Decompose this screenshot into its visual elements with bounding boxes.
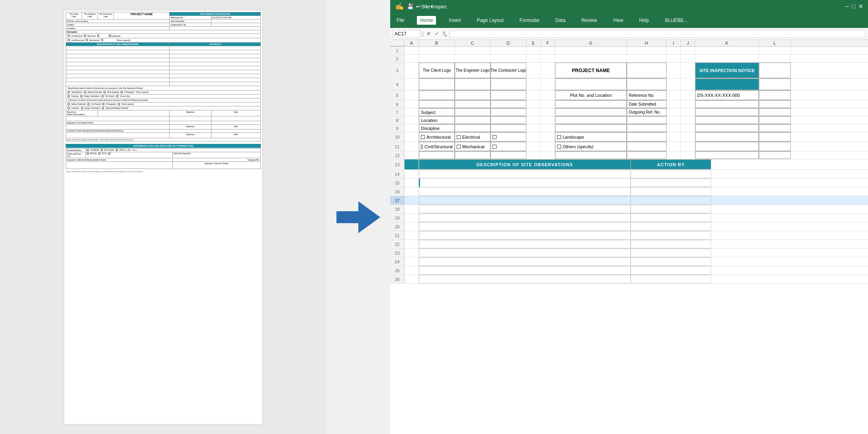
obs-row-10[interactable] (66, 82, 170, 86)
cell-a24[interactable] (405, 257, 419, 266)
obs-row-3[interactable] (66, 54, 170, 58)
cell-c11-mechanical[interactable]: Mechanical (455, 142, 491, 151)
cell-e10[interactable] (526, 132, 541, 141)
cell-k3-site-inspection[interactable]: SITE INSPECTION NOTICE (695, 63, 759, 78)
cell-i2[interactable] (667, 55, 681, 62)
cell-h12[interactable] (627, 151, 667, 159)
cell-l5[interactable] (759, 90, 791, 100)
cell-f9[interactable] (541, 124, 555, 132)
col-header-b[interactable]: B (419, 40, 455, 46)
obs-row-1[interactable] (66, 46, 170, 50)
raised-by-value[interactable] (98, 110, 170, 116)
cell-k16[interactable] (631, 187, 711, 196)
cell-b22[interactable] (419, 240, 631, 248)
cell-e12[interactable] (526, 151, 541, 159)
cell-e2[interactable] (526, 55, 541, 62)
cell-a16[interactable] (405, 187, 419, 196)
checkbox-architectural[interactable] (421, 135, 425, 139)
cell-b10-architectural[interactable]: Architectural (419, 132, 455, 141)
cell-k12[interactable] (695, 151, 759, 159)
cell-l11[interactable] (759, 142, 791, 151)
cell-b15[interactable] (419, 179, 631, 187)
cell-l2[interactable] (759, 55, 791, 62)
col-header-a[interactable]: A (405, 40, 419, 46)
tab-help[interactable]: Help (636, 16, 652, 25)
cell-g4[interactable] (555, 79, 627, 90)
cell-j5[interactable] (681, 90, 695, 100)
cell-i5[interactable] (667, 90, 681, 100)
cell-k7[interactable] (695, 108, 759, 116)
tab-home[interactable]: Home (417, 16, 436, 25)
cell-i7[interactable] (667, 108, 681, 116)
cell-k4[interactable] (695, 79, 759, 90)
cell-e1[interactable] (526, 47, 541, 54)
cell-d5[interactable] (491, 90, 526, 100)
cell-j7[interactable] (681, 108, 695, 116)
cell-b9-discipline[interactable]: Discipline (419, 124, 455, 132)
cell-b5[interactable] (419, 90, 455, 100)
cell-d10[interactable] (491, 132, 526, 141)
cell-c3-engineer-logo[interactable]: The Engineer Logo (455, 63, 491, 78)
cell-a6[interactable] (405, 100, 419, 108)
cell-e5[interactable] (526, 90, 541, 100)
cell-f2[interactable] (541, 55, 555, 62)
cell-a12[interactable] (405, 151, 419, 159)
cell-k14[interactable] (631, 170, 711, 178)
col-header-e[interactable]: E (526, 40, 541, 46)
obs-row-6[interactable] (66, 66, 170, 70)
undo-button[interactable]: ↩ (416, 3, 421, 10)
cell-a10[interactable] (405, 132, 419, 141)
cell-j12[interactable] (681, 151, 695, 159)
cell-j6[interactable] (681, 100, 695, 108)
cell-k2[interactable] (695, 55, 759, 62)
cell-l10[interactable] (759, 132, 791, 141)
cell-a18[interactable] (405, 205, 419, 213)
cell-j2[interactable] (681, 55, 695, 62)
cell-b2[interactable] (419, 55, 455, 62)
col-header-f[interactable]: F (541, 40, 555, 46)
tab-bluebe[interactable]: BLUEBE... (662, 16, 691, 25)
checkbox-mech2[interactable] (493, 145, 497, 149)
cell-j1[interactable] (681, 47, 695, 54)
tab-file[interactable]: File (393, 16, 407, 25)
raised-by-empty[interactable] (66, 116, 170, 121)
cell-b12[interactable] (419, 151, 455, 159)
cell-d6[interactable] (491, 100, 526, 108)
maximize-button[interactable]: □ (852, 3, 855, 10)
cell-l3[interactable] (759, 63, 791, 78)
cell-f8[interactable] (541, 116, 555, 124)
cell-h6-date[interactable]: Date Submitted (627, 100, 667, 108)
cell-f1[interactable] (541, 47, 555, 54)
col-header-l[interactable]: L (759, 40, 791, 46)
cell-j8[interactable] (681, 116, 695, 124)
cell-a19[interactable] (405, 214, 419, 222)
cell-g3-project-name[interactable]: PROJECT NAME (555, 63, 627, 78)
cell-a17[interactable] (405, 196, 419, 204)
cell-k26[interactable] (631, 275, 711, 283)
cell-b11-civil[interactable]: Civil/Structural (419, 142, 455, 151)
cell-reference-input[interactable] (393, 30, 420, 38)
cell-k21[interactable] (631, 231, 711, 240)
cell-j10[interactable] (681, 132, 695, 141)
cell-c9[interactable] (455, 124, 491, 132)
cell-g6[interactable] (555, 100, 627, 108)
insert-function-btn[interactable]: fx (442, 30, 448, 37)
col-header-c[interactable]: C (455, 40, 491, 46)
cell-i11[interactable] (667, 142, 681, 151)
cell-g11-others[interactable]: Others (specify) (555, 142, 627, 151)
cell-f6[interactable] (541, 100, 555, 108)
cell-d8[interactable] (491, 116, 526, 124)
cell-d9[interactable] (491, 124, 526, 132)
cell-h7-outgoing[interactable]: Outgoing Ref. No. (627, 108, 667, 116)
cell-c7[interactable] (455, 108, 491, 116)
cell-j3[interactable] (681, 63, 695, 78)
cell-h8[interactable] (627, 116, 667, 124)
cell-b19[interactable] (419, 214, 631, 222)
date-field1[interactable] (211, 116, 260, 121)
cell-b14[interactable] (419, 170, 631, 178)
cell-k23[interactable] (631, 249, 711, 257)
cell-g8[interactable] (555, 116, 627, 124)
cell-a3[interactable] (405, 63, 419, 78)
cell-a11[interactable] (405, 142, 419, 151)
cell-b6[interactable] (419, 100, 455, 108)
